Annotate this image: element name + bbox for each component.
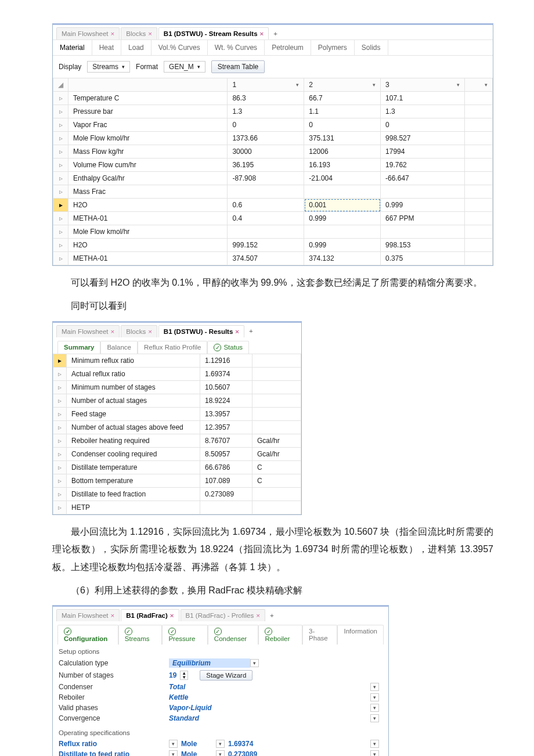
chevron-down-icon[interactable]: ▾ [370,704,379,712]
row-marker[interactable]: ▹ [53,145,68,159]
subtab-heat[interactable]: Heat [92,40,121,55]
subtab-information[interactable]: Information [337,625,384,645]
stream-table-button[interactable]: Stream Table [211,60,265,73]
row-marker[interactable]: ▹ [53,212,68,225]
add-tab-button-b[interactable]: + [246,326,257,336]
stream-cell[interactable]: 86.3 [228,92,304,105]
stream-cell[interactable]: 0.4 [228,212,304,225]
row-marker[interactable]: ▹ [53,487,67,501]
basis-dropdown[interactable]: Mole [181,750,216,756]
tab-dstwu-results[interactable]: B1 (DSTWU) - Results× [158,325,244,337]
row-marker[interactable]: ▹ [53,239,68,252]
row-marker[interactable]: ▹ [53,434,67,447]
stream-cell[interactable]: 0 [381,118,465,132]
stream-cell[interactable]: 374.507 [228,252,304,265]
row-marker[interactable]: ▹ [53,394,67,407]
row-marker[interactable]: ▸ [53,354,67,367]
chevron-down-icon[interactable]: ▾ [370,714,379,722]
unit-dropdown[interactable]: ▾ [370,740,379,748]
subtab-summary[interactable]: Summary [57,341,100,354]
subtab-load[interactable]: Load [121,40,151,55]
tab-blocks-b[interactable]: Blocks× [121,325,157,337]
stream-cell[interactable]: 998.153 [381,239,465,252]
stage-wizard-button[interactable]: Stage Wizard [200,670,252,681]
stages-spinner[interactable]: 19▲▼ [169,671,188,680]
subtab-pressure[interactable]: Pressure [162,625,207,645]
stream-cell[interactable]: 998.527 [381,132,465,145]
stream-cell[interactable] [228,185,304,199]
setup-dropdown[interactable]: Vapor-Liquid [169,704,250,712]
opspec-dropdown[interactable]: Distillate to feed ratio [59,750,169,756]
stream-cell[interactable]: 375.131 [304,132,381,145]
stream-cell[interactable]: 1.3 [228,105,304,118]
row-marker[interactable]: ▹ [53,172,68,185]
row-marker[interactable]: ▸ [53,199,68,212]
stream-cell[interactable] [304,185,381,199]
row-marker[interactable]: ▹ [53,132,68,145]
subtab-wt-curves[interactable]: Wt. % Curves [208,40,265,55]
subtab-reboiler[interactable]: Reboiler [258,625,302,645]
stream-cell[interactable]: -66.647 [381,172,465,185]
tab-radfrac-profiles[interactable]: B1 (RadFrac) - Profiles× [181,609,265,621]
row-marker[interactable]: ▹ [53,420,67,434]
tab-main-flowsheet-b[interactable]: Main Flowsheet× [56,325,120,337]
stream-cell[interactable]: 66.7 [304,92,381,105]
stream-cell[interactable]: 16.193 [304,159,381,172]
chevron-down-icon[interactable]: ▾ [169,740,178,748]
stream-cell[interactable]: 0.999 [381,199,465,212]
stream-cell[interactable]: -21.004 [304,172,381,185]
add-tab-button[interactable]: + [270,29,281,38]
basis-dropdown[interactable]: Mole [181,740,216,748]
subtab-condenser[interactable]: Condenser [208,625,259,645]
row-marker[interactable]: ▹ [53,447,67,460]
stream-cell[interactable] [381,185,465,199]
col-header-2[interactable]: 2▾ [304,78,381,92]
row-marker[interactable]: ▹ [53,367,67,380]
stream-cell[interactable]: 30000 [228,145,304,159]
row-marker[interactable]: ▹ [53,407,67,420]
col-header-1[interactable]: 1▾ [228,78,304,92]
tab-main-flowsheet-c[interactable]: Main Flowsheet× [56,609,120,621]
subtab-streams[interactable]: Streams [118,625,163,645]
stream-cell[interactable]: 1.1 [304,105,381,118]
format-dropdown[interactable]: GEN_M▾ [164,61,205,73]
setup-dropdown[interactable]: Total [169,683,250,691]
subtab-polymers[interactable]: Polymers [311,40,355,55]
chevron-down-icon[interactable]: ▾ [216,750,225,756]
stream-cell[interactable]: 107.1 [381,92,465,105]
tab-blocks[interactable]: Blocks× [121,27,157,39]
row-marker[interactable]: ▹ [53,474,67,487]
subtab-material[interactable]: Material [53,40,92,55]
stream-cell[interactable] [304,225,381,239]
chevron-down-icon[interactable]: ▾ [370,693,379,701]
subtab-petroleum[interactable]: Petroleum [265,40,311,55]
stream-cell[interactable]: 12006 [304,145,381,159]
subtab-solids[interactable]: Solids [355,40,388,55]
chevron-down-icon[interactable]: ▾ [216,740,225,748]
chevron-down-icon[interactable]: ▾ [370,683,379,691]
tab-radfrac[interactable]: B1 (RadFrac)× [121,609,179,621]
stream-cell[interactable]: 0.999 [304,239,381,252]
display-dropdown[interactable]: Streams▾ [87,61,130,73]
stream-cell[interactable]: 0.999 [304,212,381,225]
subtab-status[interactable]: Status [207,341,249,354]
stream-cell[interactable]: 999.152 [228,239,304,252]
stream-cell[interactable]: 36.195 [228,159,304,172]
subtab-balance[interactable]: Balance [100,341,138,354]
stream-cell[interactable] [381,225,465,239]
add-tab-button-c[interactable]: + [266,611,277,620]
stream-cell[interactable] [228,225,304,239]
col-header-extra[interactable]: ▾ [464,78,492,92]
tab-main-flowsheet[interactable]: Main Flowsheet× [56,27,120,39]
row-marker[interactable]: ▹ [53,501,67,514]
stream-cell[interactable]: 667 PPM [381,212,465,225]
stream-cell[interactable]: 0.001 [304,199,381,212]
setup-dropdown[interactable]: Kettle [169,693,250,701]
tab-dstwu-stream-results[interactable]: B1 (DSTWU) - Stream Results× [158,27,269,39]
stream-cell[interactable]: 0 [304,118,381,132]
stream-cell[interactable]: 374.132 [304,252,381,265]
col-header-3[interactable]: 3▾ [381,78,465,92]
stream-cell[interactable]: 1373.66 [228,132,304,145]
calc-type-dropdown[interactable]: Equilibrium [169,658,250,668]
subtab-configuration[interactable]: Configuration [57,625,118,645]
